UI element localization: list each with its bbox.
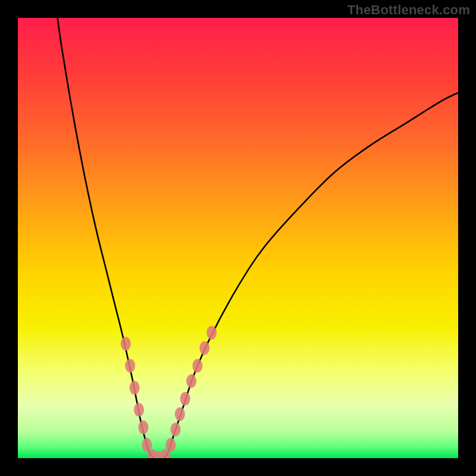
background-rect: [18, 18, 458, 458]
marker-dot: [165, 438, 176, 452]
marker-dot: [121, 337, 131, 350]
marker-dot: [170, 422, 180, 436]
marker-dot: [186, 374, 196, 388]
marker-dot: [180, 392, 190, 406]
chart-plot: [18, 18, 458, 458]
marker-dot: [206, 326, 217, 340]
chart-frame: TheBottleneck.com: [0, 0, 476, 476]
marker-dot: [175, 408, 185, 421]
watermark-label: TheBottleneck.com: [347, 2, 470, 18]
marker-dot: [130, 381, 140, 394]
marker-dot: [199, 342, 209, 355]
marker-dot: [192, 359, 202, 372]
marker-dot: [125, 359, 135, 372]
chart-svg: [18, 18, 458, 458]
marker-dot: [134, 403, 144, 416]
marker-dot: [138, 421, 148, 434]
